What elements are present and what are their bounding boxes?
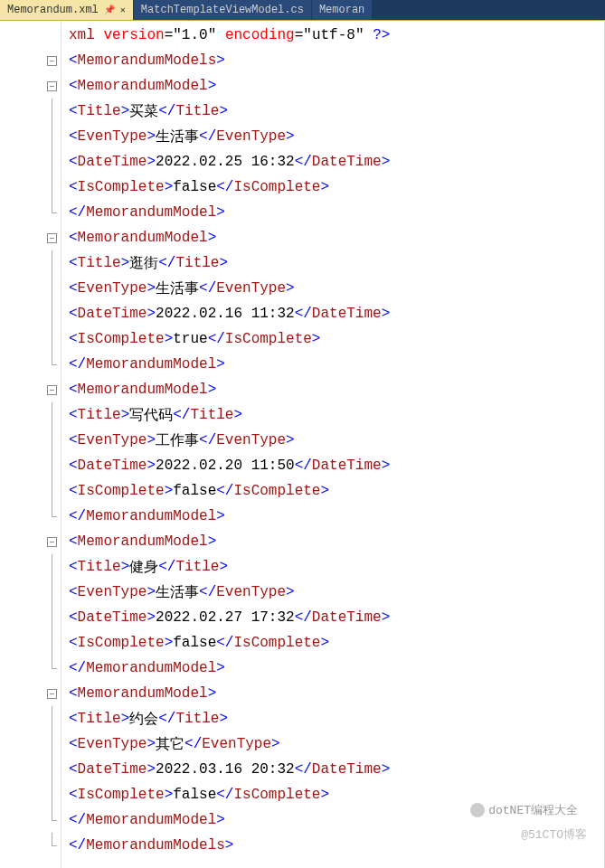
tab-memoran[interactable]: Memoran xyxy=(312,0,373,20)
code-line[interactable]: </MemorandumModel> xyxy=(69,656,604,681)
code-line[interactable]: <MemorandumModel> xyxy=(69,73,604,99)
code-line[interactable]: <Title>买菜</Title> xyxy=(69,99,604,124)
code-line[interactable]: <IsComplete>false</IsComplete> xyxy=(69,478,604,504)
tab-label: Memorandum.xml xyxy=(7,4,99,16)
code-line[interactable]: <MemorandumModel> xyxy=(69,529,604,554)
fold-toggle-icon[interactable]: − xyxy=(47,537,57,547)
pin-icon[interactable]: 📌 xyxy=(104,5,115,15)
editor-tabs: Memorandum.xml 📌 ✕ MatchTemplateViewMode… xyxy=(0,0,605,20)
code-line[interactable]: <MemorandumModels> xyxy=(69,48,604,73)
tab-label: MatchTemplateViewModel.cs xyxy=(141,4,304,16)
fold-toggle-icon[interactable]: − xyxy=(47,56,57,66)
watermark-source: @51CTO博客 xyxy=(521,826,587,843)
code-line[interactable]: <DateTime>2022.02.20 11:50</DateTime> xyxy=(69,453,604,478)
code-line[interactable]: <Title>逛街</Title> xyxy=(69,250,604,276)
code-line[interactable]: </MemorandumModel> xyxy=(69,504,604,529)
code-line[interactable]: <MemorandumModel> xyxy=(69,225,604,250)
fold-toggle-icon[interactable]: − xyxy=(47,233,57,243)
code-line[interactable]: <MemorandumModel> xyxy=(69,377,604,402)
code-area[interactable]: xml version="1.0" encoding="utf-8" ?><Me… xyxy=(61,21,604,868)
code-line[interactable]: <EvenType>生活事</EvenType> xyxy=(69,124,604,149)
code-line[interactable]: <DateTime>2022.02.27 17:32</DateTime> xyxy=(69,605,604,630)
code-line[interactable]: <EvenType>生活事</EvenType> xyxy=(69,276,604,301)
watermark-author: dotNET编程大全 xyxy=(470,802,578,818)
tab-label: Memoran xyxy=(319,4,364,16)
fold-toggle-icon[interactable]: − xyxy=(47,689,57,699)
code-line[interactable]: </MemorandumModel> xyxy=(69,352,604,377)
code-line[interactable]: <Title>健身</Title> xyxy=(69,554,604,580)
code-line[interactable]: xml version="1.0" encoding="utf-8" ?> xyxy=(69,23,604,48)
code-line[interactable]: <Title>约会</Title> xyxy=(69,706,604,731)
fold-toggle-icon[interactable]: − xyxy=(47,385,57,395)
tab-memorandum-xml[interactable]: Memorandum.xml 📌 ✕ xyxy=(0,0,134,20)
code-line[interactable]: <IsComplete>true</IsComplete> xyxy=(69,326,604,352)
code-line[interactable]: <EvenType>生活事</EvenType> xyxy=(69,580,604,605)
code-line[interactable]: <IsComplete>false</IsComplete> xyxy=(69,175,604,200)
code-line[interactable]: <EvenType>其它</EvenType> xyxy=(69,731,604,757)
code-line[interactable]: <DateTime>2022.02.25 16:32</DateTime> xyxy=(69,149,604,175)
code-line[interactable]: <DateTime>2022.03.16 20:32</DateTime> xyxy=(69,757,604,782)
wechat-icon xyxy=(470,803,485,817)
code-line[interactable]: <EvenType>工作事</EvenType> xyxy=(69,428,604,453)
fold-toggle-icon[interactable]: − xyxy=(47,81,57,91)
code-line[interactable]: <IsComplete>false</IsComplete> xyxy=(69,630,604,656)
code-line[interactable]: </MemorandumModel> xyxy=(69,200,604,225)
fold-gutter: −−−−−− xyxy=(0,21,61,868)
code-line[interactable]: <Title>写代码</Title> xyxy=(69,402,604,428)
tab-viewmodel[interactable]: MatchTemplateViewModel.cs xyxy=(134,0,312,20)
code-line[interactable]: <DateTime>2022.02.16 11:32</DateTime> xyxy=(69,301,604,326)
close-icon[interactable]: ✕ xyxy=(120,5,126,15)
code-editor[interactable]: −−−−−− xml version="1.0" encoding="utf-8… xyxy=(0,20,605,868)
code-line[interactable]: <MemorandumModel> xyxy=(69,681,604,706)
